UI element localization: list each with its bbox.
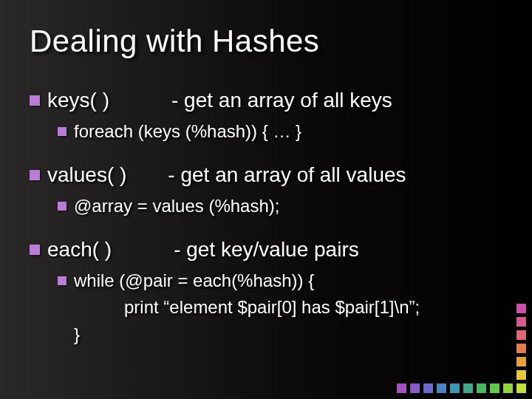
- bullet-values: values( ) - get an array of all values: [30, 162, 502, 188]
- slide-title: Dealing with Hashes: [30, 24, 502, 59]
- deco-square-icon: [516, 370, 526, 380]
- deco-square-icon: [450, 383, 460, 393]
- code-close-brace: }: [30, 323, 502, 347]
- code-print-line: print “element $pair[0] has $pair[1]\n”;: [30, 296, 502, 319]
- bullet-values-text: values( ) - get an array of all values: [47, 162, 406, 188]
- bullet-square-icon: [58, 127, 66, 136]
- deco-square-icon: [423, 383, 433, 393]
- deco-square-icon: [503, 383, 513, 393]
- bullet-square-icon: [30, 245, 40, 255]
- sub-bullet-foreach: foreach (keys (%hash)) { … }: [30, 120, 502, 143]
- deco-square-icon: [516, 383, 526, 393]
- deco-square-icon: [477, 383, 486, 393]
- slide-content: Dealing with Hashes keys( ) - get an arr…: [0, 0, 532, 347]
- sub-bullet-foreach-text: foreach (keys (%hash)) { … }: [74, 120, 301, 143]
- deco-square-icon: [437, 383, 446, 393]
- sub-bullet-while: while (@pair = each(%hash)) {: [30, 269, 502, 293]
- deco-square-icon: [463, 383, 473, 393]
- deco-square-icon: [410, 383, 420, 393]
- bullet-each-text: each( ) - get key/value pairs: [47, 236, 359, 263]
- sub-bullet-array-text: @array = values (%hash);: [74, 194, 279, 218]
- sub-bullet-while-text: while (@pair = each(%hash)) {: [74, 269, 314, 293]
- bullet-keys: keys( ) - get an array of all keys: [30, 87, 502, 114]
- bullet-square-icon: [58, 202, 66, 211]
- bullet-square-icon: [30, 170, 40, 180]
- bullet-keys-text: keys( ) - get an array of all keys: [47, 87, 392, 114]
- bullet-square-icon: [30, 95, 40, 106]
- deco-square-icon: [516, 357, 526, 366]
- sub-bullet-array: @array = values (%hash);: [30, 194, 502, 218]
- bullet-square-icon: [58, 276, 66, 285]
- bullet-each: each( ) - get key/value pairs: [30, 236, 502, 263]
- deco-square-icon: [397, 383, 406, 393]
- deco-square-icon: [490, 383, 499, 393]
